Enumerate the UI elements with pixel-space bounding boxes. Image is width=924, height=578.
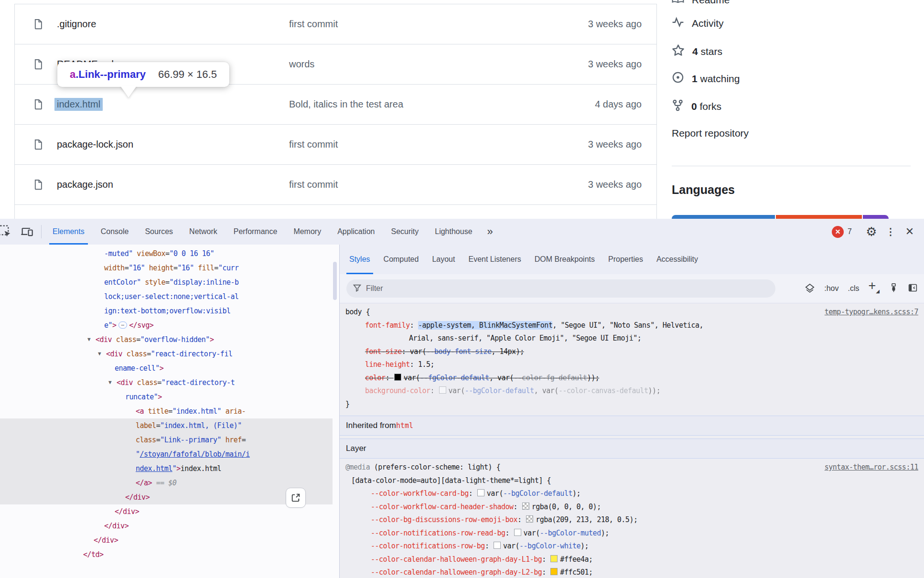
close-devtools-icon[interactable]: ✕ — [900, 222, 919, 241]
tab-memory[interactable]: Memory — [285, 219, 329, 245]
styles-tab-properties[interactable]: Properties — [602, 245, 650, 274]
styles-tab-computed[interactable]: Computed — [377, 245, 426, 274]
commit-date-link[interactable]: 4 days ago — [595, 85, 642, 124]
tab-network[interactable]: Network — [181, 219, 226, 245]
tab-lighthouse[interactable]: Lighthouse — [427, 219, 480, 245]
color-swatch[interactable] — [526, 515, 533, 523]
commit-date-link[interactable]: 3 weeks ago — [588, 44, 642, 84]
dom-tree-line[interactable]: <a title="index.html" aria- — [136, 404, 246, 418]
color-swatch[interactable] — [522, 503, 529, 510]
styles-tab-layout[interactable]: Layout — [425, 245, 462, 274]
dom-tree-line[interactable]: </div> — [94, 533, 118, 547]
dom-tree-line[interactable]: </div> — [115, 504, 139, 519]
tooltip-arrow — [120, 86, 137, 97]
styles-tab-dom-breakpoints[interactable]: DOM Breakpoints — [528, 245, 602, 274]
settings-gear-icon[interactable]: ⚙ — [862, 222, 881, 241]
expand-ellipsis-button[interactable]: ⋯ — [118, 321, 128, 329]
tab-application[interactable]: Application — [329, 219, 383, 245]
sidebar-item-stars[interactable]: 4 stars — [672, 44, 722, 59]
tab-console[interactable]: Console — [93, 219, 137, 245]
dom-tree-line[interactable]: </td> — [83, 547, 104, 562]
css-rule[interactable]: body {temp-typogr…kens.scss:7font-family… — [340, 303, 924, 413]
color-swatch[interactable] — [550, 568, 558, 575]
color-swatch[interactable] — [494, 542, 501, 549]
dom-tree-line[interactable]: -muted" viewBox="0 0 16 16" — [104, 246, 214, 261]
toggle-hov-button[interactable]: :hov — [824, 284, 838, 293]
color-swatch[interactable] — [550, 555, 558, 562]
ai-assist-badge-icon[interactable] — [286, 488, 306, 508]
sidebar-item-watching[interactable]: 1 watching — [672, 71, 740, 86]
dom-tree-line[interactable]: ▼<div class="react-directory-fil — [106, 347, 232, 361]
color-swatch[interactable] — [514, 529, 521, 536]
dom-tree-line[interactable]: </a> == $0 — [136, 476, 176, 490]
toggle-sidebar-icon[interactable] — [908, 283, 918, 295]
styles-rules[interactable]: body {temp-typogr…kens.scss:7font-family… — [340, 303, 924, 578]
sidebar-item-report-repository[interactable]: Report repository — [672, 128, 749, 139]
commit-message-link[interactable]: words — [289, 44, 314, 84]
file-table: .gitignorefirst commit3 weeks agoREADME.… — [14, 4, 657, 245]
elements-tree-panel[interactable]: <svg aria-hidden="true"focusable="false"… — [0, 219, 339, 578]
commit-message-link[interactable]: first commit — [289, 125, 338, 164]
css-rule[interactable]: @media (prefers-color-scheme: light) {sy… — [340, 459, 924, 578]
color-swatch[interactable] — [394, 374, 401, 381]
commit-date-link[interactable]: 3 weeks ago — [588, 165, 642, 204]
expand-arrow-icon[interactable]: ▼ — [98, 347, 101, 361]
commit-message-link[interactable]: first commit — [289, 4, 338, 44]
sidebar-item-forks[interactable]: 0 forks — [672, 99, 721, 114]
elements-scrollbar[interactable] — [333, 262, 337, 300]
file-name-link[interactable]: package.json — [57, 165, 113, 204]
tab-sources[interactable]: Sources — [137, 219, 181, 245]
color-swatch[interactable] — [477, 489, 484, 496]
dom-tree-line[interactable]: ign:text-bottom;overflow:visibl — [104, 304, 230, 318]
commit-message-link[interactable]: first commit — [289, 165, 338, 204]
styles-tab-event-listeners[interactable]: Event Listeners — [462, 245, 527, 274]
commit-date-link[interactable]: 3 weeks ago — [588, 125, 642, 164]
dom-tree-line[interactable]: entColor" style="display:inline-b — [104, 275, 239, 289]
tooltip-selector: a.Link--primary — [70, 68, 146, 81]
dom-tree-line[interactable]: runcate"> — [125, 390, 162, 404]
rendering-emulation-icon[interactable] — [889, 283, 899, 295]
expand-arrow-icon[interactable]: ▼ — [87, 332, 90, 347]
dom-tree-line[interactable]: </div> — [125, 490, 150, 504]
dom-tree-line[interactable]: class="Link--primary" href= — [136, 433, 246, 447]
more-tabs-icon[interactable]: » — [481, 219, 499, 245]
sidebar-item-activity[interactable]: Activity — [672, 16, 724, 31]
element-states-icon[interactable] — [805, 279, 815, 298]
tab-performance[interactable]: Performance — [226, 219, 286, 245]
dom-tree-line[interactable]: ▼<div class="overflow-hidden"> — [96, 332, 214, 347]
new-style-rule-icon[interactable]: +◢ — [869, 281, 880, 296]
stylesheet-source-link[interactable]: syntax-them…ror.scss:11 — [825, 461, 918, 474]
sidebar-item-readme[interactable]: Readme — [672, 0, 730, 7]
dom-tree-line[interactable]: ename-cell"> — [115, 361, 163, 375]
dom-tree-line[interactable]: ndex.html">index.html — [136, 461, 221, 476]
error-badge-icon[interactable]: ✕ — [832, 226, 844, 238]
kebab-menu-icon[interactable]: ⋮ — [881, 222, 900, 241]
device-toolbar-icon[interactable] — [15, 219, 38, 245]
file-name-link[interactable]: .gitignore — [57, 4, 96, 44]
dom-tree-line[interactable]: label="index.html, (File)" — [136, 418, 242, 433]
tooltip-dimensions: 66.99 × 16.5 — [158, 68, 217, 81]
expand-arrow-icon[interactable]: ▼ — [108, 375, 111, 390]
dom-tree-line[interactable]: "/stoyan/fafofal/blob/main/i — [136, 447, 250, 461]
inspect-element-icon[interactable] — [0, 219, 15, 245]
file-name-link[interactable]: package-lock.json — [57, 125, 133, 164]
styles-tab-accessibility[interactable]: Accessibility — [650, 245, 705, 274]
stylesheet-source-link[interactable]: temp-typogr…kens.scss:7 — [825, 306, 918, 319]
commit-message-link[interactable]: Bold, italics in the test area — [289, 85, 403, 124]
tab-security[interactable]: Security — [383, 219, 427, 245]
table-row: package.jsonfirst commit3 weeks ago — [14, 164, 657, 204]
dom-tree-line[interactable]: </div> — [104, 519, 129, 533]
file-name-link[interactable]: index.html — [57, 85, 103, 124]
devtools-panel: <svg aria-hidden="true"focusable="false"… — [0, 219, 924, 578]
dom-tree-line[interactable]: width="16" height="16" fill="curr — [104, 261, 239, 275]
styles-tab-styles[interactable]: Styles — [343, 245, 377, 274]
toggle-cls-button[interactable]: .cls — [848, 284, 860, 293]
color-swatch[interactable] — [439, 386, 446, 394]
dom-tree-line[interactable]: e">⋯</svg> — [104, 318, 153, 332]
dom-tree-line[interactable]: lock;user-select:none;vertical-al — [104, 289, 239, 304]
tab-elements[interactable]: Elements — [44, 219, 93, 245]
commit-date-link[interactable]: 3 weeks ago — [588, 4, 642, 44]
dom-tree-line[interactable]: ▼<div class="react-directory-t — [117, 375, 235, 390]
styles-filter-input[interactable]: Filter — [346, 279, 775, 298]
fork-icon — [672, 99, 684, 114]
